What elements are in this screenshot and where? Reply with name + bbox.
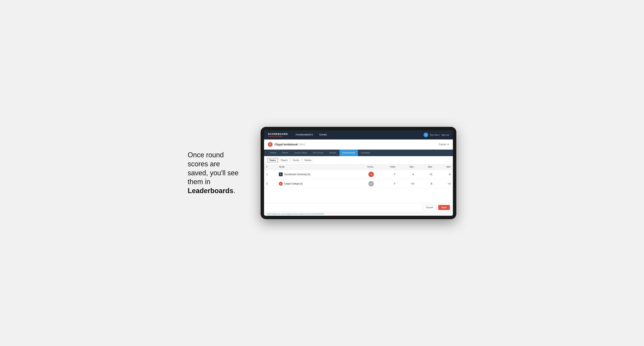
thru-1: F [376,170,398,179]
rd3-2: +3 [434,179,453,188]
description-bold: Leaderboards [188,187,233,195]
url-bar: https://stage-blue-coach.stagescoreboard… [264,212,453,216]
team-name-text-2: Clippd College [A] [284,182,302,185]
brand-sub-prefix: Powered by [268,136,278,137]
tournament-logo: C [268,142,272,147]
rank-2: 2 [264,179,276,188]
tablet-device: SCOREBOARD Powered by clippd TOURNAMENTS… [260,127,456,219]
col-rd1: RD1 [398,164,416,170]
nav-tab-teams[interactable]: TEAMS [316,130,330,140]
tablet-screen: SCOREBOARD Powered by clippd TOURNAMENTS… [264,130,453,216]
tournament-name: Clippd Invitational [274,143,298,146]
cancel-label: Cancel [439,143,446,146]
tab-leaderboards[interactable]: Leaderboards [340,150,358,156]
url-text: https://stage-blue-coach.stagescoreboard… [267,213,324,215]
leaderboard-table: # TEAM TOTAL THRU RD1 RD2 RD3 1 [264,164,453,188]
col-total: TOTAL [352,164,376,170]
page-wrapper: Once round scores are saved, you'll see … [188,127,456,219]
rd1-1: -4 [398,170,416,179]
filter-scores[interactable]: Scores [291,158,302,162]
total-2: +3 [352,179,376,188]
filter-bar: Teams Players Scores Strokes [264,156,453,164]
description-period: . [233,187,235,195]
description-line3: saved, you'll see [188,169,238,177]
app-footer: Cancel Save [264,203,453,212]
cancel-icon: ✕ [447,143,449,146]
brand-title: SCOREBOARD [268,133,288,136]
team-name-2: C Clippd College [A] [276,179,352,188]
nav-right: S Test User | Sign out [424,133,449,137]
score-badge-1: -5 [368,172,374,177]
brand-sub-brand: clippd [278,136,282,137]
user-avatar: S [424,133,428,137]
sub-tabs: Details Teams Course Setup Tee Groups Re… [264,150,453,156]
table-header-row: # TEAM TOTAL THRU RD1 RD2 RD3 [264,164,453,170]
table-row: 2 C Clippd College [A] +3 F [264,179,453,188]
footer-save-button[interactable]: Save [438,205,450,210]
tab-course-setup[interactable]: Course Setup [291,150,310,156]
rd3-1: -6 [434,170,453,179]
rd2-2: -8 [416,179,435,188]
team-cell-2: C Clippd College [A] [279,182,350,186]
score-badge-2: +3 [368,181,374,186]
total-1: -5 [352,170,376,179]
description-line4: them in [188,178,210,186]
brand-sub: Powered by clippd [268,136,288,137]
filter-teams[interactable]: Teams [267,158,278,162]
nav-tabs: TOURNAMENTS TEAMS [292,130,424,140]
col-rd2: RD2 [416,164,435,170]
rank-1: 1 [264,170,276,179]
brand: SCOREBOARD Powered by clippd [268,133,288,137]
team-name-text-1: Scoreboard University [A] [284,173,310,176]
sign-out-link[interactable]: Sign out [441,134,449,136]
rd2-1: +5 [416,170,435,179]
team-logo-1: S [279,173,283,176]
footer-cancel-button[interactable]: Cancel [423,205,436,210]
tournament-gender: (Men) [299,143,305,146]
tab-teams[interactable]: Teams [280,150,291,156]
tournament-cancel-button[interactable]: Cancel ✕ [439,143,449,146]
team-name-1: S Scoreboard University [A] [276,170,352,179]
tab-printables[interactable]: Printables [358,150,373,156]
col-thru: THRU [376,164,398,170]
leaderboard-content: # TEAM TOTAL THRU RD1 RD2 RD3 1 [264,164,453,203]
col-rank: # [264,164,276,170]
team-logo-2: C [279,182,283,186]
rd1-2: +8 [398,179,416,188]
description-text: Once round scores are saved, you'll see … [188,151,249,195]
col-rd3: RD3 [434,164,453,170]
filter-strokes[interactable]: Strokes [302,158,314,162]
tournament-header: C Clippd Invitational (Men) Cancel ✕ [264,140,453,150]
top-nav: SCOREBOARD Powered by clippd TOURNAMENTS… [264,130,453,140]
tab-results[interactable]: Results [326,150,339,156]
description-line2: scores are [188,160,220,168]
user-name: Test User | [430,134,440,136]
team-cell-1: S Scoreboard University [A] [279,173,350,176]
tab-tee-groups[interactable]: Tee Groups [310,150,326,156]
nav-tab-tournaments[interactable]: TOURNAMENTS [292,130,316,140]
tab-details[interactable]: Details [267,150,279,156]
col-team: TEAM [276,164,352,170]
description-line1: Once round [188,151,224,159]
filter-players[interactable]: Players [279,158,290,162]
table-row: 1 S Scoreboard University [A] -5 F [264,170,453,179]
thru-2: F [376,179,398,188]
